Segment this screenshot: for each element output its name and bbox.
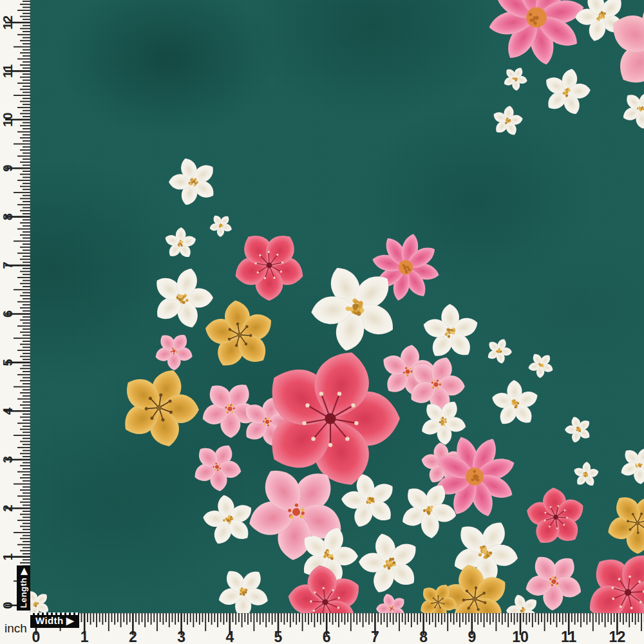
- svg-text:9: 9: [468, 629, 476, 644]
- measurement-rulers: 01234567891011120123456789101112: [0, 0, 644, 644]
- svg-text:1: 1: [1, 553, 15, 560]
- svg-text:3: 3: [177, 629, 185, 644]
- svg-text:5: 5: [274, 629, 283, 644]
- svg-text:1: 1: [80, 629, 89, 644]
- width-label: Width ▶: [35, 615, 74, 627]
- svg-text:4: 4: [225, 629, 234, 644]
- svg-text:7: 7: [1, 261, 15, 269]
- svg-text:12: 12: [609, 629, 626, 644]
- svg-text:0: 0: [1, 601, 15, 609]
- svg-text:4: 4: [1, 407, 15, 415]
- inch-unit-label: inch: [5, 621, 27, 636]
- svg-text:3: 3: [1, 456, 15, 463]
- svg-text:7: 7: [371, 629, 379, 644]
- svg-text:11: 11: [1, 64, 15, 78]
- svg-text:10: 10: [512, 629, 529, 644]
- length-label-box: Length ▶: [17, 565, 30, 611]
- svg-text:8: 8: [419, 629, 428, 644]
- svg-text:6: 6: [323, 629, 331, 644]
- svg-text:2: 2: [129, 629, 137, 644]
- svg-text:5: 5: [1, 359, 15, 366]
- stitch-dotted-line: [30, 612, 80, 615]
- svg-text:8: 8: [1, 213, 15, 220]
- svg-text:0: 0: [32, 629, 41, 644]
- svg-text:2: 2: [1, 505, 15, 512]
- svg-text:11: 11: [561, 629, 577, 644]
- fabric-listing-photo: 01234567891011120123456789101112 Length …: [0, 0, 644, 644]
- svg-text:6: 6: [1, 310, 15, 317]
- width-label-box: Width ▶: [30, 613, 79, 628]
- length-label: Length ▶: [19, 568, 29, 608]
- svg-text:12: 12: [1, 15, 15, 30]
- svg-text:9: 9: [1, 165, 15, 172]
- svg-text:10: 10: [1, 113, 15, 127]
